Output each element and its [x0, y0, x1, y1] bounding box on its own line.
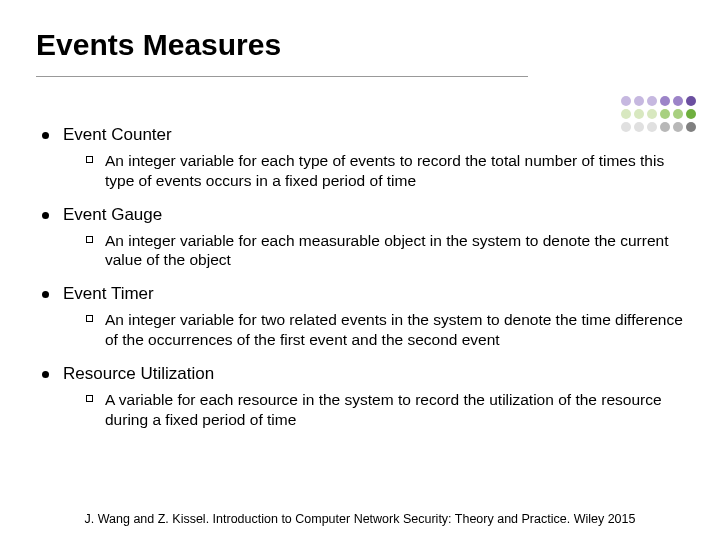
page-title: Events Measures [36, 28, 684, 62]
list-item: Event Counter An integer variable for ea… [36, 125, 684, 191]
bullet-icon [42, 132, 49, 139]
dot-icon [647, 96, 657, 106]
dot-icon [686, 122, 696, 132]
dot-icon [673, 96, 683, 106]
dot-icon [673, 122, 683, 132]
dot-icon [673, 109, 683, 119]
dot-icon [647, 122, 657, 132]
item-heading-row: Resource Utilization [42, 364, 684, 384]
item-heading: Resource Utilization [63, 364, 214, 384]
dot-icon [660, 109, 670, 119]
sub-bullet-icon [86, 315, 93, 322]
sub-bullet-icon [86, 236, 93, 243]
list-item: Event Gauge An integer variable for each… [36, 205, 684, 271]
footer-citation: J. Wang and Z. Kissel. Introduction to C… [0, 512, 720, 526]
bullet-icon [42, 291, 49, 298]
bullet-icon [42, 212, 49, 219]
item-detail: A variable for each resource in the syst… [105, 390, 684, 430]
dot-icon [634, 122, 644, 132]
title-divider [36, 76, 528, 77]
item-heading: Event Timer [63, 284, 154, 304]
sub-bullet-icon [86, 395, 93, 402]
item-detail-row: An integer variable for each measurable … [86, 231, 684, 271]
list-item: Event Timer An integer variable for two … [36, 284, 684, 350]
dot-icon [621, 109, 631, 119]
decorative-dots [621, 96, 696, 132]
item-heading-row: Event Counter [42, 125, 684, 145]
item-detail: An integer variable for each measurable … [105, 231, 684, 271]
sub-bullet-icon [86, 156, 93, 163]
dot-icon [660, 122, 670, 132]
slide-container: Events Measures Event Counter An integer… [0, 0, 720, 430]
item-heading-row: Event Gauge [42, 205, 684, 225]
item-detail: An integer variable for each type of eve… [105, 151, 684, 191]
item-detail-row: An integer variable for two related even… [86, 310, 684, 350]
dot-icon [686, 96, 696, 106]
dot-icon [647, 109, 657, 119]
dot-icon [621, 96, 631, 106]
dot-icon [686, 109, 696, 119]
dot-icon [660, 96, 670, 106]
item-heading: Event Counter [63, 125, 172, 145]
dot-icon [634, 96, 644, 106]
content-area: Event Counter An integer variable for ea… [36, 125, 684, 430]
dot-icon [621, 122, 631, 132]
dot-icon [634, 109, 644, 119]
item-heading-row: Event Timer [42, 284, 684, 304]
bullet-icon [42, 371, 49, 378]
item-detail-row: A variable for each resource in the syst… [86, 390, 684, 430]
list-item: Resource Utilization A variable for each… [36, 364, 684, 430]
item-detail: An integer variable for two related even… [105, 310, 684, 350]
item-heading: Event Gauge [63, 205, 162, 225]
item-detail-row: An integer variable for each type of eve… [86, 151, 684, 191]
